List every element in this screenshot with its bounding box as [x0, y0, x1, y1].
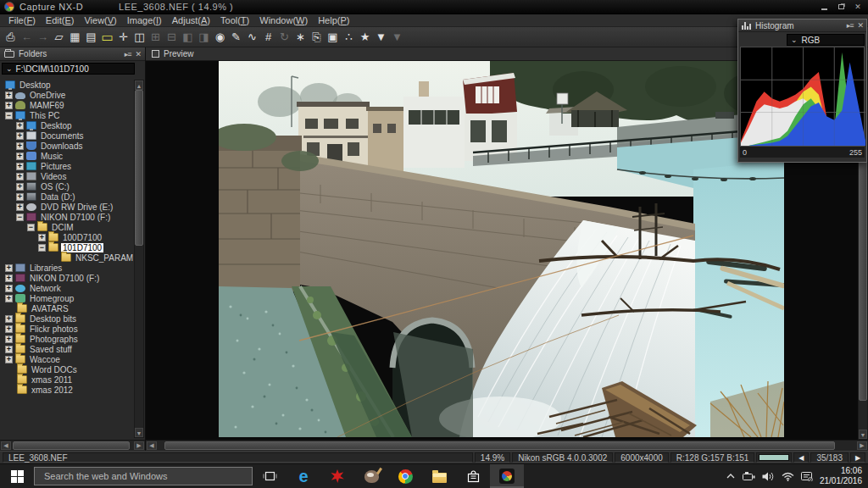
expand-icon[interactable]: +	[5, 356, 13, 363]
folders-vertical-scrollbar[interactable]: ▲ ▼	[134, 80, 144, 438]
tree-item-101d7100[interactable]: −101D7100	[3, 242, 145, 252]
menu-edit[interactable]: Edit(E)	[42, 15, 79, 25]
show-right-panel-icon[interactable]: ◨	[196, 29, 212, 46]
rating-star-icon[interactable]: ★	[357, 29, 373, 46]
tree-item-nikon-d7100-f-[interactable]: +NIKON D7100 (F:)	[3, 273, 145, 283]
expand-icon[interactable]: +	[5, 264, 13, 272]
preview-tab-label[interactable]: Preview	[164, 49, 194, 58]
menu-window[interactable]: Window(W)	[255, 15, 312, 25]
panel-close-icon[interactable]: ✕	[135, 50, 141, 58]
straighten-icon[interactable]: ↻	[276, 29, 292, 46]
forward-icon[interactable]: →	[35, 29, 51, 46]
filter-icon[interactable]: ▼	[373, 29, 389, 46]
tree-item-desktop-bits[interactable]: +Desktop bits	[3, 313, 145, 324]
filter-alt-icon[interactable]: ▼	[389, 29, 405, 46]
scroll-down-icon[interactable]: ▼	[859, 430, 867, 439]
full-screen-icon[interactable]: ✛	[115, 29, 131, 46]
tree-item-videos[interactable]: +Videos	[3, 171, 145, 181]
tree-item-network[interactable]: +Network	[3, 283, 145, 293]
tree-item-desktop[interactable]: +Desktop	[3, 120, 145, 130]
folders-horizontal-scrollbar[interactable]: ◀ ▶	[0, 440, 145, 451]
tree-item-word-docs[interactable]: Word DOCs	[3, 364, 145, 374]
soft-proof-monitor-icon[interactable]: ▣	[325, 29, 341, 46]
tree-item-flickr-photos[interactable]: +Flickr photos	[3, 324, 145, 334]
tree-item-data-d-[interactable]: +Data (D:)	[3, 191, 145, 202]
collapse-icon[interactable]: −	[16, 214, 24, 221]
expand-icon[interactable]: +	[16, 152, 24, 160]
panel-menu-icon[interactable]: ▸≡	[847, 21, 854, 30]
expand-icon[interactable]: +	[16, 142, 24, 150]
tree-item-libraries[interactable]: +Libraries	[3, 263, 145, 273]
preview-horizontal-scrollbar[interactable]: ◀ ▶	[146, 440, 868, 451]
tree-item-this-pc[interactable]: −This PC	[3, 110, 145, 120]
file-explorer-taskbar-icon[interactable]	[422, 464, 456, 488]
split-view-icon[interactable]: ◫	[131, 29, 147, 46]
chrome-taskbar-icon[interactable]	[388, 464, 422, 488]
tree-item-xmas-2011[interactable]: xmas 2011	[3, 374, 145, 385]
tree-item-100d7100[interactable]: +100D7100	[3, 232, 145, 242]
store-taskbar-icon[interactable]	[456, 464, 490, 488]
scroll-thumb[interactable]	[13, 441, 129, 450]
scroll-thumb[interactable]	[135, 90, 143, 246]
tree-item-saved-stuff[interactable]: +Saved stuff	[3, 344, 145, 354]
tree-item-pictures[interactable]: +Pictures	[3, 161, 145, 171]
volume-icon[interactable]	[762, 472, 775, 481]
tree-item-photographs[interactable]: +Photographs	[3, 334, 145, 344]
preview-single-icon[interactable]: ▭	[99, 29, 115, 46]
menu-adjust[interactable]: Adjust(A)	[168, 15, 214, 25]
focus-point-icon[interactable]: ◉	[212, 29, 228, 46]
tree-item-desktop[interactable]: Desktop	[3, 80, 145, 90]
pen-tablet-icon[interactable]	[743, 472, 755, 481]
tree-item-music[interactable]: +Music	[3, 151, 145, 161]
expand-icon[interactable]: +	[38, 234, 46, 241]
expand-icon[interactable]: +	[16, 132, 24, 140]
auto-retouch-brush-icon[interactable]: ∗	[292, 29, 309, 46]
tree-item-dvd-rw-drive-e-[interactable]: +DVD RW Drive (E:)	[3, 202, 145, 212]
folder-path-dropdown[interactable]: ⌄ F:\DCIM\101D7100	[2, 63, 135, 75]
tree-item-downloads[interactable]: +Downloads	[3, 141, 145, 151]
expand-icon[interactable]: +	[5, 346, 13, 353]
expand-icon[interactable]: +	[16, 122, 24, 130]
collapse-icon[interactable]: −	[5, 112, 13, 119]
task-view-taskbar-icon[interactable]	[253, 464, 287, 488]
menu-image[interactable]: Image(I)	[123, 15, 166, 25]
color-settings-icon[interactable]: ∴	[341, 29, 357, 46]
gray-point-icon[interactable]: ∿	[244, 29, 260, 46]
histogram-header[interactable]: Histogram ▸≡ ✕	[738, 19, 866, 32]
close-button[interactable]: ✕	[852, 3, 864, 12]
menu-tool[interactable]: Tool(T)	[216, 15, 253, 25]
scroll-right-icon[interactable]: ▶	[857, 441, 867, 450]
restore-button[interactable]	[835, 3, 847, 12]
scroll-thumb[interactable]	[164, 441, 835, 450]
expand-icon[interactable]: +	[5, 336, 13, 343]
menu-view[interactable]: View(V)	[80, 15, 120, 25]
red-app-taskbar-icon[interactable]	[320, 464, 354, 488]
prev-image-button[interactable]: ◀	[793, 452, 809, 463]
tree-item-homegroup[interactable]: +Homegroup	[3, 293, 145, 303]
tree-item-documents[interactable]: +Documents	[3, 130, 145, 141]
taskbar-clock[interactable]: 16:06 21/01/2016	[820, 466, 862, 486]
scroll-left-icon[interactable]: ◀	[1, 441, 11, 450]
compare-side-icon[interactable]: ⊟	[164, 29, 180, 46]
compare-before-after-icon[interactable]: ⊞	[147, 29, 164, 46]
expand-icon[interactable]: +	[16, 203, 24, 211]
expand-icon[interactable]: +	[16, 193, 24, 201]
scroll-right-icon[interactable]: ▶	[134, 441, 144, 450]
expand-icon[interactable]: +	[5, 274, 13, 282]
tree-item-mamf69[interactable]: +MAMF69	[3, 100, 145, 110]
wifi-icon[interactable]	[782, 472, 794, 481]
collapse-icon[interactable]: −	[38, 244, 46, 252]
expand-icon[interactable]: +	[16, 163, 24, 170]
expand-icon[interactable]: +	[5, 92, 13, 99]
gimp-taskbar-icon[interactable]	[354, 464, 388, 488]
scroll-up-icon[interactable]: ▲	[135, 80, 143, 90]
menu-file[interactable]: File(F)	[4, 15, 40, 25]
expand-icon[interactable]: +	[5, 325, 13, 333]
scroll-left-icon[interactable]: ◀	[147, 441, 157, 450]
thumbnail-grid-icon[interactable]: ▦	[67, 29, 83, 46]
start-button[interactable]	[0, 464, 34, 488]
tree-item-waccoe[interactable]: +Waccoe	[3, 354, 145, 364]
taskbar-search-input[interactable]: Search the web and Windows	[34, 467, 253, 485]
action-center-icon[interactable]	[801, 472, 813, 481]
edge-taskbar-icon[interactable]: e	[287, 464, 320, 488]
